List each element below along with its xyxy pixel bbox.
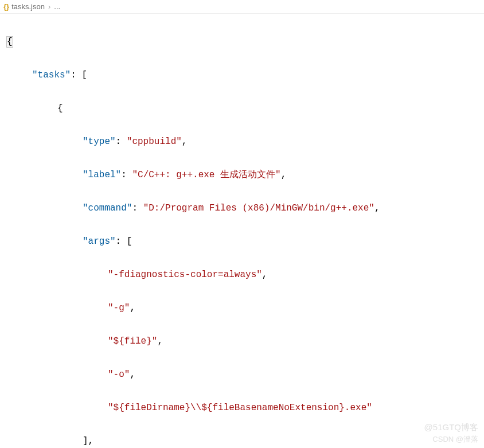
json-string: "cppbuild": [127, 137, 182, 147]
open-brace: {: [7, 37, 13, 47]
breadcrumb[interactable]: {} tasks.json › ...: [0, 0, 484, 14]
json-string: "C/C++: g++.exe 生成活动文件": [132, 170, 280, 180]
json-key: "args": [83, 236, 116, 247]
json-string: "-g": [108, 303, 130, 313]
json-string: "-fdiagnostics-color=always": [108, 270, 262, 280]
json-braces-icon: {}: [3, 2, 9, 11]
json-string: "-o": [108, 369, 130, 380]
json-key: "command": [83, 203, 132, 213]
watermark: CSDN @澄落: [432, 434, 478, 445]
watermark: @51GTQ博客: [424, 422, 478, 433]
json-key: "tasks": [32, 70, 71, 80]
json-key: "label": [83, 170, 121, 180]
breadcrumb-rest[interactable]: ...: [54, 2, 60, 11]
json-string: "${fileDirname}\\${fileBasenameNoExtensi…: [108, 403, 372, 413]
json-key: "type": [83, 137, 116, 147]
chevron-right-icon: ›: [48, 2, 50, 11]
json-string: "${file}": [108, 336, 157, 346]
json-string: "D:/Program Files (x86)/MinGW/bin/g++.ex…: [143, 203, 374, 213]
breadcrumb-filename[interactable]: tasks.json: [11, 2, 45, 11]
code-editor[interactable]: { "tasks": [ { "type": "cppbuild", "labe…: [0, 14, 484, 448]
